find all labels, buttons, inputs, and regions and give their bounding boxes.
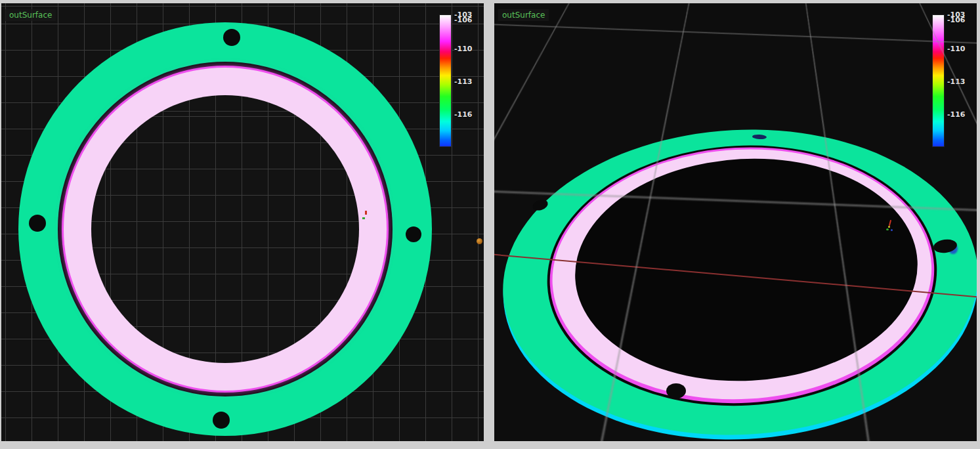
axis-dot-green [886,228,889,230]
application-window: outSurface -103 -106 -110 -113 -116 [0,0,980,449]
axis-dot-yellow [888,226,890,228]
colorbar-tick: -106 [947,16,966,24]
origin-axis-marker-icon [362,217,365,219]
bolt-hole-bottom [213,412,230,429]
bolt-hole-right [406,226,421,242]
colorbar-tick: -116 [454,110,473,119]
viewport-label: outSurface [5,9,56,21]
viewport-perspective-view[interactable]: outSurface -103 -106 -110 -113 -116 [494,3,977,441]
colorbar-tick: -110 [947,45,966,53]
viewport-splitter-handle[interactable] [477,238,482,244]
origin-axis-marker-icon [885,220,895,232]
colorbar-tick: -106 [454,16,473,24]
axis-x-red [889,220,891,226]
colorbar-tick: -116 [947,110,966,119]
bolt-hole-left [29,215,46,232]
viewport-top-view[interactable]: outSurface -103 -106 -110 -113 -116 [1,3,484,441]
color-scale-legend: -103 -106 -110 -113 -116 [439,14,473,150]
flange-center-hole [91,95,359,363]
colorbar-gradient [439,14,452,147]
bolt-hole-bottom [666,383,686,398]
colorbar-gradient [932,14,945,147]
axis-dot-blue [891,229,893,231]
colorbar-tick: -113 [947,77,966,86]
color-scale-legend: -103 -106 -110 -113 -116 [932,14,966,150]
origin-axis-marker-icon [365,211,367,215]
viewport-label: outSurface [498,9,549,21]
colorbar-tick: -113 [454,77,473,86]
bolt-hole-top [223,29,240,46]
colorbar-tick: -110 [454,45,473,53]
